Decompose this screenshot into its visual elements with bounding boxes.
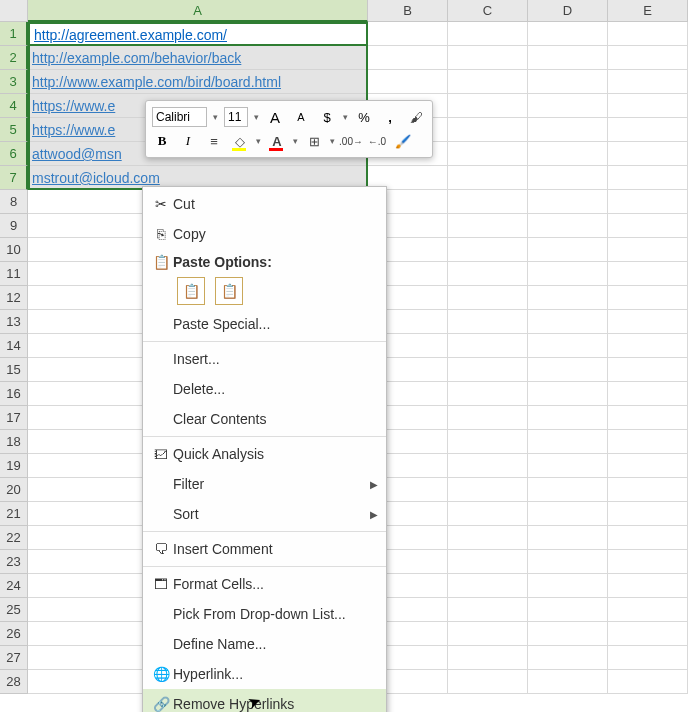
cell-E7[interactable]	[608, 166, 688, 190]
cell-D13[interactable]	[528, 310, 608, 334]
cell-C20[interactable]	[448, 478, 528, 502]
row-header-9[interactable]: 9	[0, 214, 28, 238]
cell-E14[interactable]	[608, 334, 688, 358]
cell-D24[interactable]	[528, 574, 608, 598]
cell-C16[interactable]	[448, 382, 528, 406]
cell-C26[interactable]	[448, 622, 528, 646]
row-header-6[interactable]: 6	[0, 142, 28, 166]
row-header-1[interactable]: 1	[0, 22, 28, 46]
cell-D23[interactable]	[528, 550, 608, 574]
row-header-28[interactable]: 28	[0, 670, 28, 694]
row-header-17[interactable]: 17	[0, 406, 28, 430]
menu-cut[interactable]: ✂ Cut	[143, 189, 386, 219]
percent-format-button[interactable]: %	[354, 107, 374, 127]
cell-E6[interactable]	[608, 142, 688, 166]
row-header-24[interactable]: 24	[0, 574, 28, 598]
cell-D25[interactable]	[528, 598, 608, 622]
fill-color-button[interactable]: ◇	[230, 131, 250, 151]
cell-D9[interactable]	[528, 214, 608, 238]
cell-D16[interactable]	[528, 382, 608, 406]
cell-E11[interactable]	[608, 262, 688, 286]
menu-remove-hyperlinks[interactable]: 🔗 Remove Hyperlinks	[143, 689, 386, 712]
column-header-e[interactable]: E	[608, 0, 688, 22]
menu-sort[interactable]: Sort ▶	[143, 499, 386, 529]
cell-C2[interactable]	[448, 46, 528, 70]
cell-C25[interactable]	[448, 598, 528, 622]
cell-C17[interactable]	[448, 406, 528, 430]
font-color-button[interactable]: A	[267, 131, 287, 151]
row-header-22[interactable]: 22	[0, 526, 28, 550]
cell-E9[interactable]	[608, 214, 688, 238]
cell-D22[interactable]	[528, 526, 608, 550]
accounting-dropdown-icon[interactable]: ▾	[343, 112, 348, 122]
cell-D8[interactable]	[528, 190, 608, 214]
cell-E25[interactable]	[608, 598, 688, 622]
hyperlink[interactable]: http://agreement.example.com/	[32, 26, 225, 42]
cell-E21[interactable]	[608, 502, 688, 526]
cell-C7[interactable]	[448, 166, 528, 190]
cell-E16[interactable]	[608, 382, 688, 406]
cell-E18[interactable]	[608, 430, 688, 454]
cell-E24[interactable]	[608, 574, 688, 598]
cell-C24[interactable]	[448, 574, 528, 598]
cell-D20[interactable]	[528, 478, 608, 502]
center-align-button[interactable]: ≡	[204, 131, 224, 151]
cell-E27[interactable]	[608, 646, 688, 670]
paste-option-default[interactable]: 📋	[177, 277, 205, 305]
cell-C6[interactable]	[448, 142, 528, 166]
bold-button[interactable]: B	[152, 131, 172, 151]
cell-D19[interactable]	[528, 454, 608, 478]
cell-E10[interactable]	[608, 238, 688, 262]
increase-font-button[interactable]: A	[265, 107, 285, 127]
cell-E23[interactable]	[608, 550, 688, 574]
cell-C27[interactable]	[448, 646, 528, 670]
format-painter-button[interactable]: 🖌	[406, 107, 426, 127]
cell-D12[interactable]	[528, 286, 608, 310]
cell-E12[interactable]	[608, 286, 688, 310]
paste-option-values[interactable]: 📋	[215, 277, 243, 305]
cell-D26[interactable]	[528, 622, 608, 646]
cell-E20[interactable]	[608, 478, 688, 502]
cell-C28[interactable]	[448, 670, 528, 694]
cell-C19[interactable]	[448, 454, 528, 478]
row-header-3[interactable]: 3	[0, 70, 28, 94]
cell-D5[interactable]	[528, 118, 608, 142]
cell-D17[interactable]	[528, 406, 608, 430]
cell-D1[interactable]	[528, 22, 608, 46]
menu-quick-analysis[interactable]: 🗠 Quick Analysis	[143, 439, 386, 469]
cell-E28[interactable]	[608, 670, 688, 694]
cell-C21[interactable]	[448, 502, 528, 526]
accounting-format-button[interactable]: $	[317, 107, 337, 127]
hyperlink[interactable]: http://www.example.com/bird/board.html	[32, 74, 281, 90]
cell-E26[interactable]	[608, 622, 688, 646]
row-header-5[interactable]: 5	[0, 118, 28, 142]
row-header-2[interactable]: 2	[0, 46, 28, 70]
menu-insert-comment[interactable]: 🗨 Insert Comment	[143, 534, 386, 564]
font-name-input[interactable]	[152, 107, 207, 127]
cell-C18[interactable]	[448, 430, 528, 454]
cell-C10[interactable]	[448, 238, 528, 262]
font-size-input[interactable]	[224, 107, 248, 127]
cell-E15[interactable]	[608, 358, 688, 382]
row-header-14[interactable]: 14	[0, 334, 28, 358]
cell-D6[interactable]	[528, 142, 608, 166]
comma-format-button[interactable]: ,	[380, 107, 400, 127]
cell-E4[interactable]	[608, 94, 688, 118]
font-size-dropdown-icon[interactable]: ▾	[254, 112, 259, 122]
menu-copy[interactable]: ⎘ Copy	[143, 219, 386, 249]
cell-C4[interactable]	[448, 94, 528, 118]
decrease-decimal-button[interactable]: ←.0	[367, 131, 387, 151]
menu-insert[interactable]: Insert...	[143, 344, 386, 374]
cell-C3[interactable]	[448, 70, 528, 94]
column-header-a[interactable]: A	[28, 0, 368, 22]
cell-C12[interactable]	[448, 286, 528, 310]
cell-D21[interactable]	[528, 502, 608, 526]
cell-D28[interactable]	[528, 670, 608, 694]
cell-E8[interactable]	[608, 190, 688, 214]
row-header-15[interactable]: 15	[0, 358, 28, 382]
cell-D15[interactable]	[528, 358, 608, 382]
borders-dropdown-icon[interactable]: ▾	[330, 136, 335, 146]
row-header-23[interactable]: 23	[0, 550, 28, 574]
borders-button[interactable]: ⊞	[304, 131, 324, 151]
hyperlink[interactable]: http://example.com/behavior/back	[32, 50, 241, 66]
